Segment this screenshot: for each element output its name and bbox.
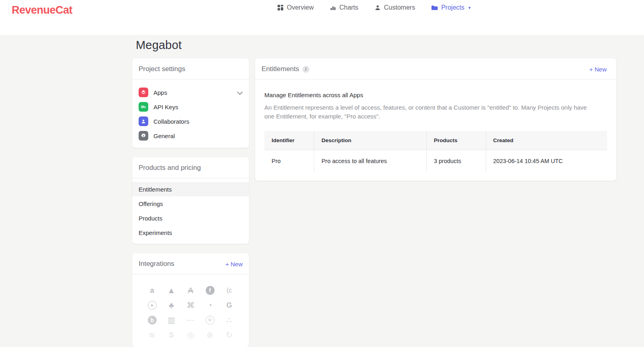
cell-products: 3 products	[426, 150, 486, 172]
chevron-down-icon[interactable]	[237, 89, 243, 96]
entitlements-subtitle: Manage Entitlements across all Apps	[264, 92, 607, 98]
products-pricing-card: Products and pricing Entitlements Offeri…	[132, 157, 249, 244]
sidebar-item-experiments[interactable]: Experiments	[132, 225, 249, 240]
integration-icon-branch: Ψ	[200, 315, 220, 325]
sidebar-item-api-keys[interactable]: API Keys	[132, 100, 249, 114]
products-pricing-list: Entitlements Offerings Products Experime…	[132, 178, 249, 244]
folder-icon	[431, 5, 438, 11]
sidebar-item-label: Collaborators	[153, 118, 189, 125]
entitlements-description: An Entitlement represents a level of acc…	[264, 103, 590, 121]
nav-overview[interactable]: Overview	[277, 4, 314, 11]
sidebar-item-label: General	[153, 133, 175, 139]
integration-icon-apple: ⌘	[181, 300, 200, 310]
integration-icon-spiral: ⊛	[200, 330, 220, 340]
person-icon	[374, 4, 381, 11]
column-header-identifier: Identifier	[264, 131, 314, 150]
sidebar-item-general[interactable]: General	[132, 129, 249, 143]
integration-icon-appsflyer: ➤	[143, 300, 162, 310]
nav-overview-label: Overview	[287, 4, 314, 11]
collaborators-icon	[139, 116, 148, 126]
sidebar-item-entitlements[interactable]: Entitlements	[132, 182, 249, 196]
nav-customers[interactable]: Customers	[374, 4, 415, 11]
integration-icon-facebook: f	[200, 286, 220, 295]
column-header-products: Products	[426, 131, 486, 150]
column-header-description: Description	[314, 131, 427, 150]
nav-charts-label: Charts	[339, 4, 358, 11]
apps-icon	[139, 88, 148, 97]
entitlements-body: Manage Entitlements across all Apps An E…	[255, 80, 616, 181]
project-settings-card: Project settings Apps	[132, 58, 249, 148]
nav-customers-label: Customers	[384, 4, 415, 11]
table-header-row: Identifier Description Products Created	[264, 131, 607, 150]
sidebar-item-label: API Keys	[153, 104, 178, 110]
integrations-grid: a ▲ A f (c ➤ ♣ ⌘ ◔ G b ▥ ⋯ Ψ ∴ ≋ S	[132, 274, 249, 340]
entitlements-table: Identifier Description Products Created …	[264, 131, 607, 172]
products-pricing-title: Products and pricing	[139, 164, 201, 172]
page-content: Megabot Project settings Apps	[132, 35, 616, 347]
top-header: RevenueCat Overview Charts Customers Pro…	[0, 0, 644, 35]
integrations-header: Integrations + New	[132, 253, 249, 274]
entitlements-panel: Entitlements i + New Manage Entitlements…	[255, 58, 616, 181]
integration-icon-amazon: a	[143, 286, 162, 295]
integration-icon-target: ◎	[181, 330, 200, 340]
integration-icon-waves: ≋	[143, 330, 162, 340]
table-row[interactable]: Pro Pro access to all features 3 product…	[264, 150, 607, 172]
sidebar-item-collaborators[interactable]: Collaborators	[132, 114, 249, 129]
project-settings-list: Apps API Keys	[132, 80, 249, 148]
caret-down-icon: ▾	[468, 5, 471, 10]
sidebar-item-apps[interactable]: Apps	[132, 85, 249, 100]
gear-icon	[139, 131, 148, 141]
integration-icon-clevertap: (c	[220, 286, 239, 295]
grid-icon	[277, 4, 284, 11]
sidebar-item-label: Apps	[153, 89, 167, 96]
project-settings-title: Project settings	[139, 65, 185, 73]
sidebar-item-offerings[interactable]: Offerings	[132, 196, 249, 211]
bar-chart-icon	[330, 4, 336, 11]
column-header-created: Created	[486, 131, 607, 150]
integration-icon-intercom: ▥	[162, 315, 181, 325]
nav-projects-label: Projects	[441, 4, 464, 11]
cell-identifier: Pro	[264, 150, 314, 172]
revenuecat-logo[interactable]: RevenueCat	[12, 4, 72, 16]
entitlements-title: Entitlements	[262, 65, 299, 73]
project-settings-header: Project settings	[132, 58, 249, 80]
sidebar-item-products[interactable]: Products	[132, 211, 249, 225]
integration-icon-adjust: A	[181, 286, 200, 295]
integrations-title: Integrations	[139, 260, 174, 268]
info-icon[interactable]: i	[303, 66, 309, 73]
cell-description: Pro access to all features	[314, 150, 427, 172]
entitlements-panel-header: Entitlements i + New	[255, 58, 616, 80]
nav-charts[interactable]: Charts	[330, 4, 358, 11]
left-sidebar: Project settings Apps	[132, 58, 249, 347]
integration-icon-mparticle: ♣	[162, 300, 181, 310]
integration-icon-google: G	[220, 300, 239, 310]
page-title: Megabot	[132, 39, 616, 52]
entitlements-new-button[interactable]: + New	[589, 66, 610, 73]
integrations-new-button[interactable]: + New	[225, 261, 243, 267]
integrations-card: Integrations + New a ▲ A f (c ➤ ♣ ⌘ ◔ G …	[132, 253, 249, 347]
nav-projects[interactable]: Projects ▾	[431, 4, 470, 11]
products-pricing-header: Products and pricing	[132, 157, 249, 178]
cell-created: 2023-06-14 10:45 AM UTC	[486, 150, 607, 172]
main-nav: Overview Charts Customers Projects ▾	[277, 4, 471, 11]
integration-icon-segment: S	[162, 330, 181, 340]
integration-icon-braze: b	[143, 315, 162, 325]
key-icon	[139, 102, 148, 112]
integration-icon-airship: ▲	[162, 286, 181, 295]
integration-icon-onesignal: ◔	[200, 300, 220, 310]
integration-icon-molecule: ∴	[220, 315, 239, 325]
integration-icon-more-dots: ⋯	[181, 315, 200, 325]
integration-icon-refresh: ↻	[220, 330, 239, 340]
